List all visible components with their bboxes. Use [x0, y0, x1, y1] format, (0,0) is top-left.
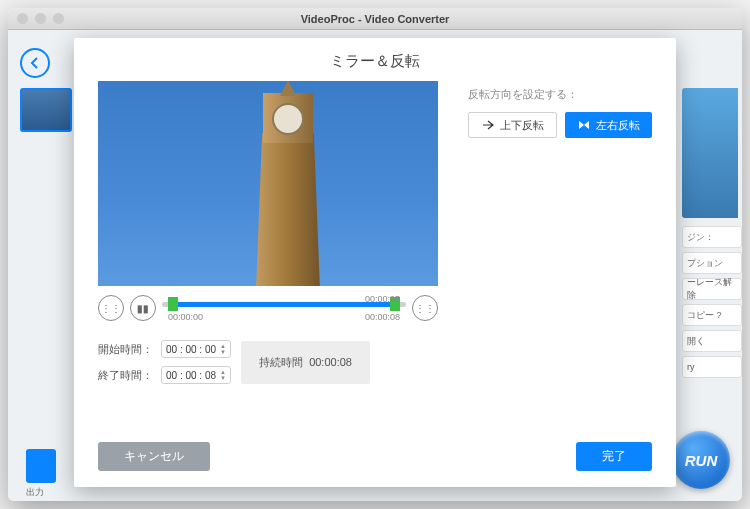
- prev-frame-button[interactable]: ⋮⋮: [98, 295, 124, 321]
- side-option[interactable]: ーレース解除: [682, 278, 742, 300]
- back-button[interactable]: [20, 48, 50, 78]
- flip-section-label: 反転方向を設定する：: [468, 87, 652, 102]
- trim-start-handle[interactable]: [168, 297, 178, 311]
- time-end-mark: 00:00:05: [365, 294, 400, 304]
- output-label: 出力: [26, 486, 44, 499]
- mirror-flip-dialog: ミラー＆反転 ⋮⋮ ▮▮ 00:00:00 00:00:05 00:00:08: [74, 38, 676, 487]
- cancel-button[interactable]: キャンセル: [98, 442, 210, 471]
- flip-horizontal-button[interactable]: 左右反転: [565, 112, 652, 138]
- side-option[interactable]: ジン：: [682, 226, 742, 248]
- start-time-label: 開始時間：: [98, 342, 153, 357]
- flip-horizontal-icon: [578, 120, 590, 130]
- time-total-mark: 00:00:08: [365, 312, 400, 322]
- side-option[interactable]: ry: [682, 356, 742, 378]
- time-start-mark: 00:00:00: [168, 312, 203, 322]
- flip-vertical-button[interactable]: 上下反転: [468, 112, 557, 138]
- start-time-input[interactable]: 00 : 00 : 00 ▲▼: [161, 340, 231, 358]
- dialog-left: ⋮⋮ ▮▮ 00:00:00 00:00:05 00:00:08 ⋮⋮: [98, 81, 438, 384]
- play-pause-button[interactable]: ▮▮: [130, 295, 156, 321]
- stepper-icon[interactable]: ▲▼: [220, 343, 226, 355]
- window-title: VideoProc - Video Converter: [301, 13, 450, 25]
- side-option[interactable]: プション: [682, 252, 742, 274]
- dialog-right: 反転方向を設定する： 上下反転 左右反転: [438, 81, 652, 384]
- app-window: VideoProc - Video Converter ジン： プション ーレー…: [8, 8, 742, 501]
- done-button[interactable]: 完了: [576, 442, 652, 471]
- output-icon[interactable]: [26, 449, 56, 483]
- thumbnail-list: [20, 88, 72, 136]
- traffic-lights[interactable]: [17, 13, 64, 24]
- title-bar[interactable]: VideoProc - Video Converter: [8, 8, 742, 30]
- video-preview[interactable]: [98, 81, 438, 286]
- stepper-icon[interactable]: ▲▼: [220, 369, 226, 381]
- next-frame-button[interactable]: ⋮⋮: [412, 295, 438, 321]
- timeline-track[interactable]: 00:00:00 00:00:05 00:00:08: [162, 294, 406, 322]
- dialog-title: ミラー＆反転: [74, 38, 676, 81]
- thumbnail-item[interactable]: [20, 88, 72, 132]
- side-option[interactable]: コピー ?: [682, 304, 742, 326]
- end-time-label: 終了時間：: [98, 368, 153, 383]
- side-option[interactable]: 開く: [682, 330, 742, 352]
- run-button[interactable]: RUN: [672, 431, 730, 489]
- end-time-input[interactable]: 00 : 00 : 08 ▲▼: [161, 366, 231, 384]
- flip-vertical-icon: [482, 120, 494, 130]
- preview-panel: [682, 88, 738, 218]
- duration-box: 持続時間 00:00:08: [241, 341, 370, 384]
- right-panel: ジン： プション ーレース解除 コピー ? 開く ry: [682, 88, 742, 441]
